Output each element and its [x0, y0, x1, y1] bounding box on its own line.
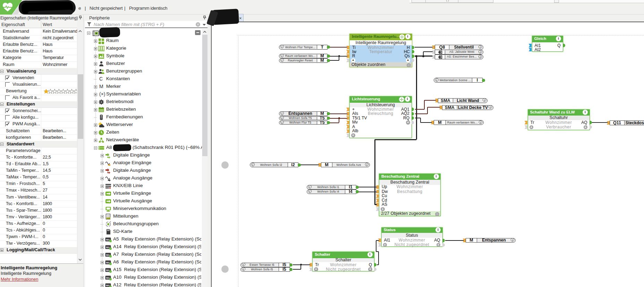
svg-text:LOG: LOG	[107, 217, 110, 219]
